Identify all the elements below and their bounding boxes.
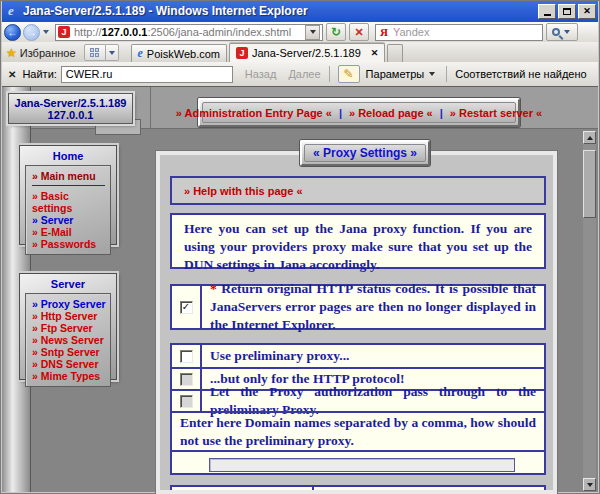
tab-label: PoiskWeb.com: [147, 48, 220, 60]
sidebar-item-proxy-server[interactable]: » Proxy Server: [32, 298, 108, 310]
url-field[interactable]: J http://127.0.0.1:2506/jana-admin/index…: [55, 24, 323, 41]
help-link[interactable]: » Help with this page «: [184, 185, 303, 197]
sidebar-item-main-menu[interactable]: » Main menu: [32, 170, 108, 182]
page-title-plate: « Proxy Settings »: [300, 140, 430, 166]
separator: [446, 66, 447, 82]
search-input[interactable]: Я Yandex: [375, 24, 543, 41]
chevron-down-icon: [310, 30, 316, 34]
sidebar-item-passwords[interactable]: » Passwords: [32, 238, 108, 250]
find-bar: ✕ Найти: CWER.ru Назад Далее ✎ Параметры…: [0, 62, 600, 87]
quick-tabs-icon: [90, 48, 99, 57]
sidebar-item-ftp-server[interactable]: » Ftp Server: [32, 322, 108, 334]
browser-window: e Jana-Server/2.5.1.189 - Windows Intern…: [0, 0, 600, 494]
search-options-icon: [564, 30, 570, 34]
highlight-button[interactable]: ✎: [338, 65, 360, 83]
http-status-option-table: ✓ * Return original HTTP status codes. I…: [170, 284, 546, 330]
checkbox-cell: [172, 369, 202, 389]
find-close-icon[interactable]: ✕: [8, 69, 16, 80]
server-menu-box: Server » Proxy Server » Http Server » Ft…: [19, 273, 117, 380]
nav-admin-entry-link[interactable]: » Administration Entry Page «: [176, 107, 332, 119]
scrollbar-thumb[interactable]: [583, 150, 596, 218]
required-star: *: [210, 281, 217, 296]
search-button[interactable]: [546, 23, 578, 41]
favorites-star-icon[interactable]: ★: [6, 46, 17, 60]
find-options-button[interactable]: Параметры: [366, 68, 439, 80]
scroll-down-button[interactable]: [583, 478, 596, 491]
new-tab-stub[interactable]: [387, 44, 403, 62]
find-input[interactable]: CWER.ru: [61, 66, 233, 83]
site-favicon: J: [58, 26, 70, 38]
sidebar-item-server[interactable]: » Server: [32, 214, 108, 226]
ie-logo-icon: e: [4, 4, 18, 18]
page-title: « Proxy Settings »: [313, 146, 417, 160]
tab-poiskweb[interactable]: e PoiskWeb.com: [131, 44, 227, 62]
window-title: Jana-Server/2.5.1.189 - Windows Internet…: [23, 4, 538, 18]
auth-passthrough-checkbox[interactable]: [180, 395, 193, 408]
scroll-up-button[interactable]: [583, 131, 596, 144]
next-settings-table: [170, 485, 546, 494]
checkbox-cell: [172, 345, 202, 367]
url-prefix: http://: [74, 26, 102, 38]
nav-separator: |: [440, 107, 443, 119]
server-menu-title: Server: [20, 274, 116, 293]
domain-exclusion-input[interactable]: [209, 458, 515, 472]
table-cell: [172, 487, 314, 494]
content-scrollbar[interactable]: [583, 131, 596, 491]
quick-tabs-button[interactable]: [84, 44, 106, 61]
tab-close-icon[interactable]: ✕: [371, 48, 379, 58]
intro-text-box: Here you can set up the Jana proxy funct…: [170, 213, 546, 269]
http-only-checkbox[interactable]: [180, 373, 193, 386]
chevron-down-icon: [429, 72, 435, 76]
server-menu-list: » Proxy Server » Http Server » Ftp Serve…: [25, 293, 111, 387]
top-nav-inner: » Administration Entry Page « | » Reload…: [202, 102, 516, 123]
sidebar-item-news-server[interactable]: » News Server: [32, 334, 108, 346]
use-preliminary-proxy-row: Use preliminary proxy...: [172, 345, 544, 367]
jana-favicon: J: [236, 47, 248, 59]
recent-pages-icon[interactable]: [43, 30, 49, 34]
refresh-icon: ↻: [331, 25, 341, 39]
find-back-button[interactable]: Назад: [245, 68, 277, 80]
tab-list-button[interactable]: [106, 44, 119, 61]
minimize-button[interactable]: [538, 4, 556, 19]
option-text: Use preliminary proxy...: [202, 345, 357, 367]
arrow-up-icon: [587, 136, 593, 140]
url-dropdown-button[interactable]: [305, 25, 320, 40]
forward-button[interactable]: →: [23, 24, 40, 41]
frame-seam: [150, 87, 151, 129]
chevron-down-icon: [109, 51, 115, 55]
yandex-icon: Я: [380, 26, 388, 38]
sidebar-item-http-server[interactable]: » Http Server: [32, 310, 108, 322]
menu-divider: [32, 185, 105, 186]
checkbox-cell: ✓: [172, 286, 202, 328]
server-identity-box: Jana-Server/2.5.1.189 127.0.0.1: [8, 93, 133, 124]
preliminary-proxy-table: Use preliminary proxy... ...but only for…: [170, 343, 546, 475]
favorites-label[interactable]: Избранное: [20, 47, 76, 59]
sidebar-item-mime-types[interactable]: » Mime Types: [32, 370, 108, 382]
sidebar-item-email[interactable]: » E-Mail: [32, 226, 108, 238]
option-text: Return original HTTP status codes. It is…: [210, 281, 536, 332]
http-status-checkbox[interactable]: ✓: [180, 301, 193, 314]
tab-jana-server[interactable]: J Jana-Server/2.5.1.189 ✕: [229, 43, 385, 62]
sidebar-item-basic-settings[interactable]: » Basic settings: [32, 190, 92, 214]
close-button[interactable]: ✕: [578, 4, 596, 19]
http-status-option-text: * Return original HTTP status codes. It …: [202, 278, 544, 335]
help-box: » Help with this page «: [170, 176, 546, 205]
arrow-down-icon: [587, 483, 593, 487]
search-placeholder: Yandex: [393, 26, 430, 38]
home-menu-title: Home: [20, 146, 116, 165]
nav-restart-link[interactable]: » Restart server «: [450, 107, 542, 119]
nav-reload-link[interactable]: » Reload page «: [349, 107, 433, 119]
address-bar: ← → J http://127.0.0.1:2506/jana-admin/i…: [0, 22, 600, 42]
sidebar-item-dns-server[interactable]: » DNS Server: [32, 358, 108, 370]
stop-button[interactable]: ✕: [349, 23, 369, 41]
refresh-button[interactable]: ↻: [326, 23, 346, 41]
sidebar-item-sntp-server[interactable]: » Sntp Server: [32, 346, 108, 358]
find-next-button[interactable]: Далее: [288, 68, 320, 80]
url-host: 127.0.0.1: [102, 26, 148, 38]
search-icon: [552, 28, 560, 36]
back-button[interactable]: ←: [4, 24, 21, 41]
checkbox-cell: [172, 391, 202, 411]
page-viewport: » Administration Entry Page « | » Reload…: [0, 87, 600, 494]
maximize-button[interactable]: [558, 4, 576, 19]
use-preliminary-proxy-checkbox[interactable]: [180, 350, 193, 363]
